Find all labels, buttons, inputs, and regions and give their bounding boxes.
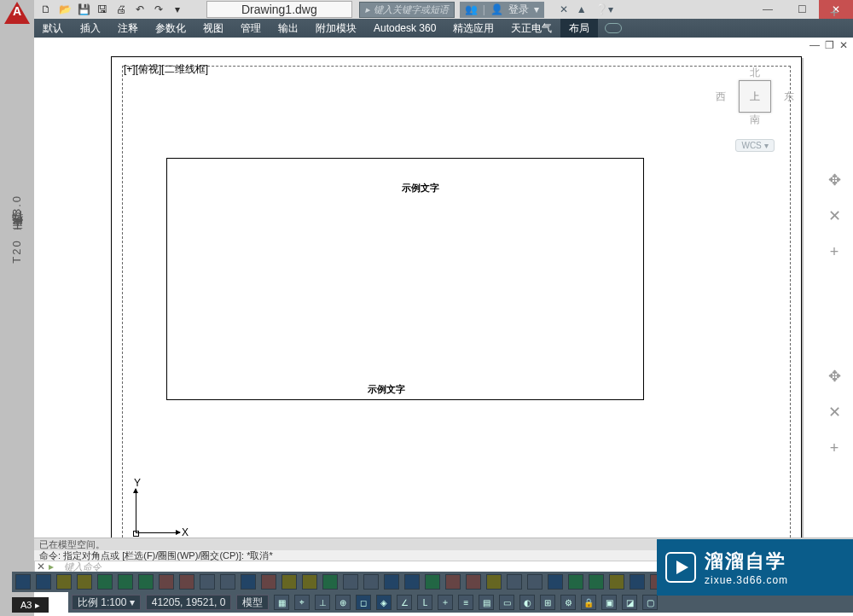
command-close-icon[interactable]: ✕ [35, 561, 47, 572]
autodesk-icon[interactable]: ▲ [577, 3, 587, 15]
ribbon-toggle-icon[interactable] [605, 23, 622, 33]
status-transparency-icon[interactable]: ▤ [479, 595, 494, 610]
tool-btn[interactable] [363, 574, 379, 590]
tool-btn[interactable] [343, 574, 358, 590]
status-hardware-icon[interactable]: ▣ [601, 595, 617, 610]
tool-btn[interactable] [241, 574, 256, 590]
file-tab[interactable]: Drawing1.dwg [206, 1, 352, 18]
right-plus-icon[interactable]: + [825, 3, 844, 22]
tab-output[interactable]: 输出 [270, 19, 307, 38]
exchange-icon[interactable]: ✕ [560, 3, 568, 15]
tool-btn[interactable] [609, 574, 624, 590]
tool-btn[interactable] [220, 574, 235, 590]
tab-default[interactable]: 默认 [34, 19, 72, 38]
tool-btn[interactable] [466, 574, 481, 590]
tab-parametric[interactable]: 参数化 [147, 19, 194, 38]
status-sc-icon[interactable]: ◐ [519, 595, 535, 610]
right-plus-icon[interactable]: + [825, 242, 844, 261]
tool-btn[interactable] [77, 574, 92, 590]
minimize-button[interactable]: — [751, 0, 785, 19]
tool-btn[interactable] [507, 574, 522, 590]
tab-view[interactable]: 视图 [194, 19, 232, 38]
maximize-button[interactable]: ☐ [785, 0, 819, 19]
saveas-icon[interactable]: 🖫 [96, 3, 109, 16]
status-ducs-icon[interactable]: L [417, 595, 432, 610]
paper-space-canvas[interactable]: [+][俯视][二维线框] 示例文字 示例文字 Y X 北 西 上 东 南 WC… [111, 56, 802, 551]
status-polar-icon[interactable]: ⊕ [335, 595, 351, 610]
right-close-icon[interactable]: ✕ [825, 403, 844, 421]
status-3dosnap-icon[interactable]: ◈ [376, 595, 392, 610]
viewcube-north[interactable]: 北 [712, 66, 798, 80]
status-workspace-icon[interactable]: ⚙ [560, 595, 576, 610]
tab-annotate[interactable]: 注释 [109, 19, 147, 38]
status-lock-icon[interactable]: 🔒 [581, 595, 596, 610]
qat-dropdown-icon[interactable]: ▾ [171, 3, 184, 16]
tab-manage[interactable]: 管理 [232, 19, 270, 38]
right-close-icon[interactable]: ✕ [825, 206, 844, 225]
app-logo[interactable] [4, 2, 30, 24]
status-lwt-icon[interactable]: ≡ [458, 595, 473, 610]
tool-btn[interactable] [138, 574, 154, 590]
viewport-label[interactable]: [+][俯视][二维线框] [124, 62, 208, 77]
help-icon[interactable]: ❔▾ [595, 3, 613, 15]
status-otrack-icon[interactable]: ∠ [397, 595, 412, 610]
paper-size-tag[interactable]: A3 ▸ [12, 597, 49, 613]
status-osnap-icon[interactable]: ◻ [356, 595, 371, 610]
tab-insert[interactable]: 插入 [72, 19, 109, 38]
tool-btn[interactable] [404, 574, 420, 590]
status-dyn-icon[interactable]: ＋ [438, 595, 453, 610]
tool-btn[interactable] [200, 574, 215, 590]
status-isolate-icon[interactable]: ◪ [622, 595, 637, 610]
tool-btn[interactable] [548, 574, 563, 590]
tool-btn[interactable] [445, 574, 461, 590]
mdi-minimize[interactable]: — [809, 39, 820, 51]
tool-btn[interactable] [261, 574, 276, 590]
login-box[interactable]: 👥 | 👤 登录 ▾ [460, 2, 544, 18]
right-move-icon[interactable]: ✥ [825, 171, 844, 189]
tool-btn[interactable] [486, 574, 502, 590]
status-snap-icon[interactable]: ⌖ [294, 595, 310, 610]
view-cube[interactable]: 北 西 上 东 南 WCS ▾ [712, 64, 798, 175]
mdi-restore[interactable]: ❐ [825, 39, 834, 51]
tool-btn[interactable] [302, 574, 317, 590]
tool-btn[interactable] [630, 574, 645, 590]
right-plus-icon[interactable]: + [825, 439, 844, 457]
tool-btn[interactable] [322, 574, 338, 590]
tool-btn[interactable] [281, 574, 297, 590]
tab-addins[interactable]: 附加模块 [307, 19, 365, 38]
tab-layout[interactable]: 布局 [560, 19, 598, 38]
tool-btn[interactable] [589, 574, 604, 590]
new-icon[interactable]: 🗋 [39, 3, 53, 16]
tab-a360[interactable]: Autodesk 360 [365, 20, 444, 37]
open-icon[interactable]: 📂 [58, 3, 72, 16]
tool-btn[interactable] [36, 574, 51, 590]
viewcube-east[interactable]: 东 [784, 90, 794, 104]
redo-icon[interactable]: ↷ [152, 3, 165, 16]
tool-btn[interactable] [15, 574, 31, 590]
tool-btn[interactable] [425, 574, 440, 590]
right-move-icon[interactable]: ✥ [825, 367, 844, 386]
print-icon[interactable]: 🖨 [114, 3, 128, 16]
tool-btn[interactable] [384, 574, 399, 590]
viewcube-top-face[interactable]: 上 [739, 80, 771, 113]
status-scale[interactable]: 比例 1:100 ▾ [72, 595, 141, 610]
status-grid-icon[interactable]: ▦ [274, 595, 289, 610]
status-clean-icon[interactable]: ▢ [642, 595, 658, 610]
tool-btn[interactable] [179, 574, 194, 590]
undo-icon[interactable]: ↶ [133, 3, 147, 16]
save-icon[interactable]: 💾 [77, 3, 90, 16]
tool-btn[interactable] [56, 574, 72, 590]
viewcube-south[interactable]: 南 [712, 113, 798, 127]
tool-btn[interactable] [118, 574, 133, 590]
status-ortho-icon[interactable]: ⊥ [315, 595, 330, 610]
search-box[interactable]: ▸ 键入关键字或短语 [359, 2, 455, 18]
tool-btn[interactable] [159, 574, 174, 590]
tab-tianzheng[interactable]: 天正电气 [502, 19, 560, 38]
tab-featured[interactable]: 精选应用 [444, 19, 502, 38]
status-qp-icon[interactable]: ▭ [499, 595, 514, 610]
viewcube-wcs-dropdown[interactable]: WCS ▾ [735, 139, 774, 152]
tool-btn[interactable] [527, 574, 543, 590]
viewcube-west[interactable]: 西 [716, 90, 726, 104]
tool-btn[interactable] [97, 574, 113, 590]
mdi-close[interactable]: ✕ [839, 39, 848, 51]
